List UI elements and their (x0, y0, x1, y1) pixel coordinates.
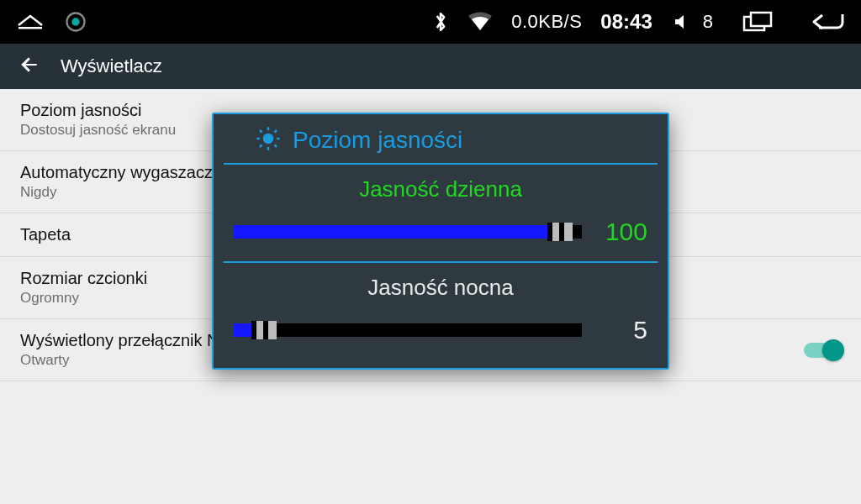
night-brightness-value: 5 (599, 316, 647, 344)
day-brightness-row: 100 (224, 202, 658, 263)
night-brightness-row: 5 (214, 301, 668, 349)
brightness-dialog: Poziom jasności Jasność dzienna 100 Jasn… (212, 113, 669, 370)
svg-rect-0 (18, 27, 42, 29)
brightness-icon (256, 126, 281, 155)
dialog-header: Poziom jasności (224, 114, 658, 165)
day-brightness-value: 100 (599, 218, 647, 246)
net-switch-toggle[interactable] (804, 343, 841, 358)
volume-icon[interactable] (671, 12, 693, 32)
svg-line-10 (260, 130, 262, 133)
svg-point-2 (71, 18, 79, 25)
day-brightness-slider[interactable] (234, 225, 582, 239)
day-brightness-label: Jasność dzienna (214, 176, 668, 202)
svg-line-11 (275, 145, 277, 148)
data-rate: 0.0KB/S (511, 11, 582, 33)
svg-line-13 (275, 130, 277, 133)
action-bar: Wyświetlacz (0, 44, 861, 89)
page-title: Wyświetlacz (61, 55, 162, 77)
night-brightness-slider[interactable] (234, 323, 582, 337)
wifi-icon (467, 12, 493, 32)
night-brightness-label: Jasność nocna (214, 275, 668, 301)
svg-rect-4 (751, 13, 771, 26)
clock: 08:43 (600, 10, 652, 34)
volume-level: 8 (703, 11, 713, 33)
status-bar: 0.0KB/S 08:43 8 (0, 0, 861, 44)
home-icon[interactable] (15, 12, 45, 32)
recents-icon[interactable] (742, 10, 775, 34)
svg-point-5 (263, 134, 274, 144)
back-arrow-icon[interactable] (18, 54, 40, 79)
settings-gear-icon[interactable] (64, 10, 87, 34)
svg-line-12 (260, 145, 262, 148)
back-icon[interactable] (809, 9, 846, 34)
dialog-title: Poziom jasności (293, 127, 462, 154)
bluetooth-icon (432, 10, 449, 34)
